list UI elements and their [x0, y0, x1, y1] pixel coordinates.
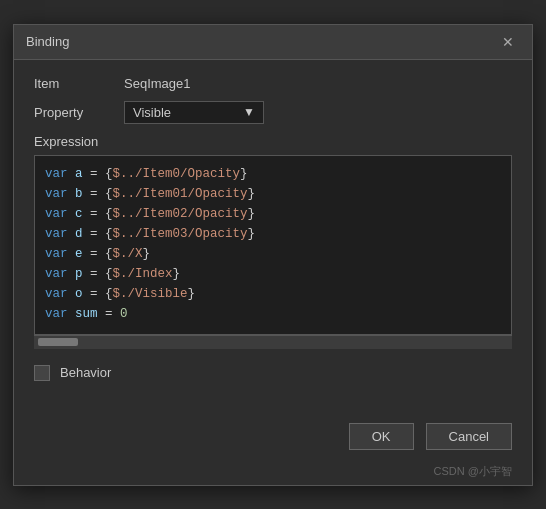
item-label: Item	[34, 76, 124, 91]
expression-wrapper: var a = {$../Item0/Opacity}var b = {$../…	[34, 155, 512, 349]
button-row: OK Cancel	[14, 413, 532, 464]
title-bar: Binding ✕	[14, 25, 532, 60]
behavior-checkbox[interactable]	[34, 365, 50, 381]
expression-label: Expression	[34, 134, 512, 149]
close-button[interactable]: ✕	[496, 33, 520, 51]
binding-dialog: Binding ✕ Item SeqImage1 Property Visibl…	[13, 24, 533, 486]
property-dropdown-value: Visible	[133, 105, 235, 120]
item-row: Item SeqImage1	[34, 76, 512, 91]
behavior-row: Behavior	[34, 365, 512, 381]
cancel-button[interactable]: Cancel	[426, 423, 512, 450]
dialog-title: Binding	[26, 34, 69, 49]
property-row: Property Visible ▼	[34, 101, 512, 124]
behavior-label: Behavior	[60, 365, 111, 380]
property-label: Property	[34, 105, 124, 120]
ok-button[interactable]: OK	[349, 423, 414, 450]
expression-editor[interactable]: var a = {$../Item0/Opacity}var b = {$../…	[34, 155, 512, 335]
scrollbar-h-thumb	[38, 338, 78, 346]
property-dropdown[interactable]: Visible ▼	[124, 101, 264, 124]
item-value: SeqImage1	[124, 76, 191, 91]
horizontal-scrollbar[interactable]	[34, 335, 512, 349]
watermark: CSDN @小宇智	[14, 464, 532, 485]
dialog-content: Item SeqImage1 Property Visible ▼ Expres…	[14, 60, 532, 413]
chevron-down-icon: ▼	[243, 105, 255, 119]
